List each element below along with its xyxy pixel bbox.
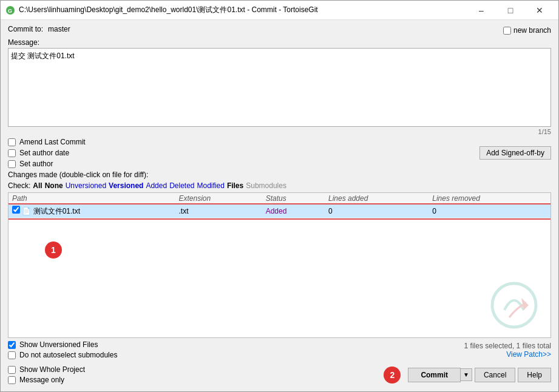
badge-1: 1: [45, 242, 62, 259]
changes-header: Changes made (double-click on file for d…: [8, 171, 551, 179]
show-whole-project-label: Show Whole Project: [19, 365, 85, 374]
show-unversioned-row: Show Unversioned Files: [8, 340, 117, 349]
bottom-right: 1 files selected, 1 files total View Pat…: [464, 342, 551, 359]
amend-checkbox[interactable]: [8, 138, 16, 146]
set-author-checkbox[interactable]: [8, 160, 16, 168]
message-only-row: Message only: [8, 376, 85, 384]
file-ext-cell: .txt: [175, 204, 262, 218]
filter-added[interactable]: Added: [146, 181, 167, 190]
watermark: [490, 281, 538, 331]
no-autoselect-label: Do not autoselect submodules: [19, 351, 117, 359]
set-author-row: Set author: [8, 160, 86, 168]
commit-dropdown-button[interactable]: ▼: [461, 368, 472, 381]
no-autoselect-checkbox[interactable]: [8, 351, 16, 359]
commit-to-row: Commit to: master: [8, 25, 70, 33]
file-status-cell: Added: [262, 204, 325, 218]
show-whole-project-row: Show Whole Project: [8, 365, 85, 374]
show-unversioned-label: Show Unversioned Files: [19, 340, 98, 349]
filter-all[interactable]: All: [33, 181, 42, 190]
new-branch-label: new branch: [513, 26, 551, 35]
col-extension: Extension: [175, 193, 262, 204]
file-table: Path Extension Status Lines added Lines …: [8, 193, 551, 218]
col-path: Path: [8, 193, 175, 204]
commit-button[interactable]: Commit: [408, 368, 461, 382]
view-patch-link[interactable]: View Patch>>: [506, 350, 551, 359]
help-button[interactable]: Help: [518, 368, 551, 382]
window-controls: – □ ✕: [467, 1, 554, 20]
filter-deleted[interactable]: Deleted: [169, 181, 194, 190]
filter-submodules[interactable]: Submodules: [246, 181, 286, 190]
cancel-button[interactable]: Cancel: [475, 368, 515, 382]
message-counter: 1/15: [8, 128, 551, 135]
new-branch-row: new branch: [503, 26, 551, 35]
title-bar: G C:\Users\linhuaming\Desktop\git_demo2\…: [1, 1, 558, 20]
filter-files[interactable]: Files: [227, 181, 243, 190]
file-icon: 📄: [22, 207, 31, 215]
content-area: Commit to: master new branch Message: 提交…: [1, 20, 558, 391]
maximize-button[interactable]: □: [496, 1, 524, 20]
minimize-button[interactable]: –: [467, 1, 495, 20]
badge-2: 2: [384, 367, 401, 384]
file-path: 测试文件01.txt: [33, 207, 80, 215]
set-author-label: Set author: [19, 160, 53, 168]
check-row: Check: All None Unversioned Versioned Ad…: [8, 181, 551, 190]
app-icon: G: [5, 5, 15, 15]
file-lines-removed-cell: 0: [429, 204, 551, 218]
add-signed-off-button[interactable]: Add Signed-off-by: [479, 146, 551, 160]
set-author-date-checkbox[interactable]: [8, 149, 16, 157]
message-only-label: Message only: [19, 376, 64, 384]
col-status: Status: [262, 193, 325, 204]
show-unversioned-checkbox[interactable]: [8, 341, 16, 349]
files-info: 1 files selected, 1 files total: [464, 342, 551, 350]
file-path-cell: 📄 测试文件01.txt: [8, 204, 175, 218]
options-left: Amend Last Commit Set author date Set au…: [8, 138, 86, 168]
file-table-wrapper: Path Extension Status Lines added Lines …: [8, 192, 551, 338]
action-bar-right: 2 Commit ▼ Cancel Help: [408, 368, 551, 382]
col-lines-removed: Lines removed: [429, 193, 551, 204]
amend-label: Amend Last Commit: [19, 138, 86, 146]
col-lines-added: Lines added: [325, 193, 429, 204]
show-whole-project-checkbox[interactable]: [8, 366, 16, 374]
table-row[interactable]: 📄 测试文件01.txt .txt Added 0 0: [8, 204, 551, 218]
filter-versioned[interactable]: Versioned: [109, 181, 143, 190]
message-label: Message:: [8, 38, 551, 47]
svg-text:G: G: [8, 8, 12, 14]
new-branch-checkbox[interactable]: [503, 27, 511, 35]
options-section: Amend Last Commit Set author date Set au…: [8, 138, 551, 168]
set-author-date-row: Set author date: [8, 149, 86, 157]
filter-unversioned[interactable]: Unversioned: [66, 181, 106, 190]
table-header-row: Path Extension Status Lines added Lines …: [8, 193, 551, 204]
message-only-checkbox[interactable]: [8, 376, 16, 384]
main-window: G C:\Users\linhuaming\Desktop\git_demo2\…: [0, 0, 559, 392]
file-checkbox[interactable]: [12, 206, 20, 214]
commit-to-value: master: [48, 25, 70, 33]
changes-section: Changes made (double-click on file for d…: [8, 171, 551, 338]
no-autoselect-row: Do not autoselect submodules: [8, 351, 117, 359]
file-lines-added-cell: 0: [325, 204, 429, 218]
action-bar-left: Show Whole Project Message only: [8, 365, 85, 384]
bottom-left: Show Unversioned Files Do not autoselect…: [8, 340, 117, 359]
check-label: Check:: [8, 181, 30, 190]
action-bar: Show Whole Project Message only 2 Commit…: [8, 362, 551, 387]
amend-row: Amend Last Commit: [8, 138, 86, 146]
commit-to-label: Commit to:: [8, 25, 43, 33]
svg-point-2: [492, 283, 536, 327]
bottom-options-row1: Show Unversioned Files Do not autoselect…: [8, 340, 551, 359]
commit-button-group: Commit ▼: [408, 368, 472, 382]
filter-none[interactable]: None: [45, 181, 63, 190]
message-section: Message: 提交 测试文件01.txt 1/15: [8, 38, 551, 135]
top-row: Commit to: master new branch: [8, 25, 551, 36]
title-bar-text: C:\Users\linhuaming\Desktop\git_demo2\he…: [19, 5, 467, 15]
set-author-date-label: Set author date: [19, 149, 69, 157]
filter-modified[interactable]: Modified: [197, 181, 225, 190]
message-textarea[interactable]: 提交 测试文件01.txt: [8, 48, 551, 127]
close-button[interactable]: ✕: [526, 1, 554, 20]
